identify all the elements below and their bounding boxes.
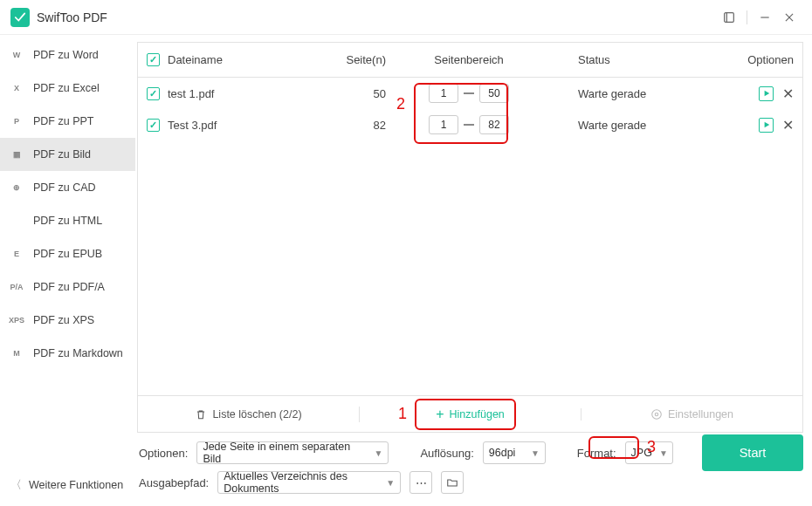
minimize-icon[interactable] [753, 5, 777, 30]
bottom-options: Optionen: Jede Seite in einem separaten … [137, 433, 803, 497]
remove-row-button[interactable]: ✕ [782, 117, 794, 133]
options-select[interactable]: Jede Seite in einem separaten Bild ▼ [196, 441, 389, 464]
file-name: Test 3.pdf [168, 119, 325, 132]
options-label: Optionen: [139, 447, 188, 460]
sidebar-item-label: PDF zu XPS [33, 314, 94, 326]
sidebar-item-label: PDF zu PPT [33, 115, 93, 127]
table-row: ✓test 1.pdf50Warte gerade✕ [138, 78, 802, 109]
sidebar: WPDF zu WordXPDF zu ExcelPPDF zu PPT▦PDF… [0, 35, 135, 506]
tool-icon[interactable] [717, 5, 741, 30]
range-from-input[interactable] [429, 115, 458, 134]
titlebar: SwifToo PDF [0, 0, 812, 35]
sidebar-icon: XPS [9, 316, 24, 325]
titlebar-separator [747, 10, 747, 24]
sidebar-icon: P/A [9, 283, 24, 291]
range-to-input[interactable] [479, 84, 509, 103]
plus-icon: + [436, 407, 444, 422]
col-options: Optionen [733, 53, 794, 66]
row-checkbox[interactable]: ✓ [147, 87, 160, 100]
sidebar-icon: P [9, 117, 24, 126]
chevron-down-icon: ▼ [374, 448, 382, 458]
app-title: SwifToo PDF [37, 10, 107, 24]
table-header: ✓ Dateiname Seite(n) Seitenbereich Statu… [138, 43, 802, 78]
svg-marker-5 [764, 122, 769, 127]
status-text: Warte gerade [543, 119, 733, 132]
close-icon[interactable] [777, 5, 802, 30]
sidebar-item-label: PDF zu HTML [33, 215, 102, 227]
app-logo-icon [10, 8, 30, 27]
col-filename: Dateiname [168, 53, 325, 66]
col-range: Seitenbereich [395, 53, 543, 66]
output-path-label: Ausgabepfad: [139, 476, 209, 489]
svg-marker-4 [764, 91, 769, 96]
chevron-down-icon: ▼ [659, 448, 668, 458]
sidebar-item-label: PDF zu Excel [33, 82, 100, 94]
sidebar-item-pdf-zu-excel[interactable]: XPDF zu Excel [0, 72, 135, 105]
resolution-label: Auflösung: [420, 447, 473, 460]
range-dash [464, 124, 474, 126]
sidebar-item-pdf-zu-word[interactable]: WPDF zu Word [0, 38, 135, 72]
options-value: Jede Seite in einem separaten Bild [203, 441, 367, 465]
sidebar-item-label: PDF zu Word [33, 49, 99, 61]
sidebar-icon: W [9, 51, 24, 59]
sidebar-item-label: PDF zu Bild [33, 148, 91, 161]
row-checkbox[interactable]: ✓ [147, 119, 160, 132]
sidebar-item-label: PDF zu PDF/A [33, 281, 105, 293]
more-functions-button[interactable]: 〈 Weitere Funktionen [0, 468, 135, 503]
run-row-button[interactable] [759, 86, 774, 101]
sidebar-icon: ▦ [9, 150, 24, 159]
range-dash [464, 92, 474, 94]
format-select[interactable]: JPG ▼ [625, 441, 673, 464]
sidebar-item-label: PDF zu EPUB [33, 248, 102, 260]
table-row: ✓Test 3.pdf82Warte gerade✕ [138, 109, 802, 140]
sidebar-item-pdf-zu-ppt[interactable]: PPDF zu PPT [0, 105, 135, 138]
sidebar-item-pdf-zu-cad[interactable]: ⊕PDF zu CAD [0, 171, 135, 204]
sidebar-item-label: PDF zu CAD [33, 181, 96, 194]
resolution-select[interactable]: 96dpi ▼ [483, 441, 546, 464]
col-status: Status [543, 53, 733, 66]
range-from-input[interactable] [429, 84, 458, 103]
file-panel: ✓ Dateiname Seite(n) Seitenbereich Statu… [137, 42, 803, 433]
chevron-left-icon: 〈 [10, 478, 22, 493]
sidebar-item-pdf-zu-xps[interactable]: XPSPDF zu XPS [0, 304, 135, 337]
sidebar-icon: X [9, 84, 24, 92]
settings-label: Einstellungen [668, 408, 733, 421]
start-label: Start [740, 446, 767, 460]
sidebar-item-pdf-zu-pdf/a[interactable]: P/APDF zu PDF/A [0, 270, 135, 304]
more-options-button[interactable]: ⋯ [409, 471, 432, 494]
sidebar-icon: E [9, 250, 24, 258]
resolution-value: 96dpi [489, 447, 516, 459]
sidebar-item-pdf-zu-markdown[interactable]: MPDF zu Markdown [0, 337, 135, 370]
start-button[interactable]: Start [702, 434, 803, 471]
chevron-down-icon: ▼ [531, 448, 540, 458]
status-text: Warte gerade [543, 87, 733, 100]
range-to-input[interactable] [479, 115, 509, 134]
clear-list-label: Liste löschen (2/2) [212, 408, 301, 421]
select-all-checkbox[interactable]: ✓ [147, 53, 160, 66]
svg-point-6 [655, 413, 658, 416]
page-count: 50 [325, 87, 395, 100]
output-path-select[interactable]: Aktuelles Verzeichnis des Dokuments ▼ [217, 471, 401, 494]
sidebar-icon: M [9, 349, 24, 358]
output-path-value: Aktuelles Verzeichnis des Dokuments [224, 470, 379, 495]
sidebar-item-pdf-zu-html[interactable]: PDF zu HTML [0, 204, 135, 237]
sidebar-item-pdf-zu-epub[interactable]: EPDF zu EPUB [0, 237, 135, 270]
open-folder-button[interactable] [441, 471, 464, 494]
run-row-button[interactable] [759, 118, 774, 133]
svg-point-7 [652, 409, 662, 419]
format-value: JPG [631, 447, 652, 459]
settings-button[interactable]: Einstellungen [581, 408, 802, 421]
sidebar-item-label: PDF zu Markdown [33, 347, 123, 359]
sidebar-item-pdf-zu-bild[interactable]: ▦PDF zu Bild [0, 138, 135, 171]
format-label: Format: [577, 447, 616, 460]
add-file-button[interactable]: + Hinzufügen [359, 407, 581, 422]
remove-row-button[interactable]: ✕ [782, 85, 794, 102]
add-file-label: Hinzufügen [450, 408, 505, 421]
file-name: test 1.pdf [168, 87, 325, 100]
sidebar-icon: ⊕ [9, 183, 24, 192]
col-pages: Seite(n) [325, 53, 395, 66]
more-functions-label: Weitere Funktionen [29, 479, 123, 491]
chevron-down-icon: ▼ [386, 478, 395, 488]
clear-list-button[interactable]: Liste löschen (2/2) [138, 408, 359, 421]
svg-rect-0 [725, 12, 734, 22]
